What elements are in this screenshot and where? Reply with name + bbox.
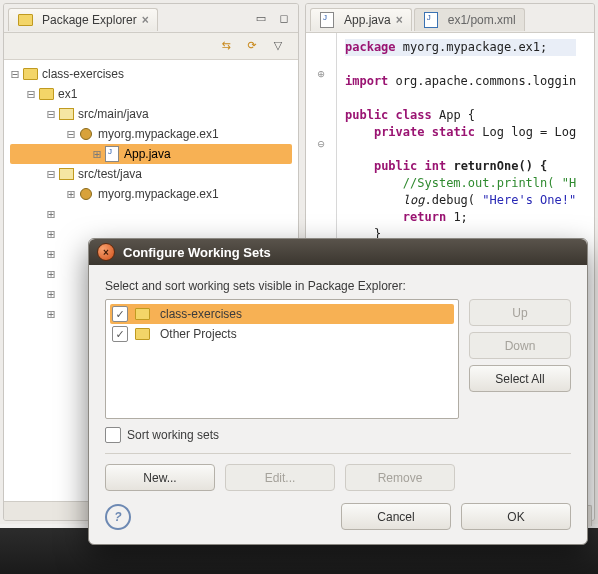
tree-src-main[interactable]: src/main/java (78, 107, 149, 121)
editor-tab-row: App.java × ex1/pom.xml (306, 4, 594, 33)
dialog-title: Configure Working Sets (123, 245, 271, 260)
twisty-collapsed-icon[interactable]: ⊞ (44, 208, 58, 221)
sort-checkbox[interactable] (105, 427, 121, 443)
view-title: Package Explorer (42, 13, 137, 27)
twisty-collapsed-icon[interactable]: ⊞ (44, 268, 58, 281)
minimize-icon[interactable]: ▭ (251, 10, 271, 28)
view-tab-row: Package Explorer × ▭ ◻ (4, 4, 298, 33)
twisty-collapsed-icon[interactable]: ⊞ (44, 288, 58, 301)
package-explorer-icon (17, 12, 33, 28)
tree-pkg2[interactable]: myorg.mypackage.ex1 (98, 187, 219, 201)
list-item[interactable]: Other Projects (110, 324, 454, 344)
twisty-expanded-icon[interactable]: ⊟ (44, 108, 58, 121)
package-icon (78, 186, 94, 202)
separator (105, 453, 571, 454)
workingset-icon (134, 326, 150, 342)
maximize-icon[interactable]: ◻ (274, 10, 294, 28)
item-label: class-exercises (160, 307, 242, 321)
java-file-icon (319, 12, 335, 28)
ok-button[interactable]: OK (461, 503, 571, 530)
view-toolbar: ⇆ ⟳ ▽ (4, 33, 298, 60)
edit-button[interactable]: Edit... (225, 464, 335, 491)
twisty-expanded-icon[interactable]: ⊟ (8, 68, 22, 81)
tree-src-test[interactable]: src/test/java (78, 167, 142, 181)
twisty-expanded-icon[interactable]: ⊟ (24, 88, 38, 101)
xml-file-icon (423, 12, 439, 28)
java-file-icon (104, 146, 120, 162)
workingset-icon (134, 306, 150, 322)
select-all-button[interactable]: Select All (469, 365, 571, 392)
source-folder-icon (58, 106, 74, 122)
twisty-collapsed-icon[interactable]: ⊞ (44, 228, 58, 241)
help-icon[interactable]: ? (105, 504, 131, 530)
remove-button[interactable]: Remove (345, 464, 455, 491)
configure-working-sets-dialog: × Configure Working Sets Select and sort… (88, 238, 588, 545)
new-button[interactable]: New... (105, 464, 215, 491)
item-label: Other Projects (160, 327, 237, 341)
tree-pkg1[interactable]: myorg.mypackage.ex1 (98, 127, 219, 141)
fold-expand-icon[interactable]: ⊕ (306, 67, 336, 81)
down-button[interactable]: Down (469, 332, 571, 359)
tree-project[interactable]: ex1 (58, 87, 77, 101)
twisty-collapsed-icon[interactable]: ⊞ (90, 148, 104, 161)
up-button[interactable]: Up (469, 299, 571, 326)
twisty-expanded-icon[interactable]: ⊟ (64, 128, 78, 141)
tab-label: ex1/pom.xml (448, 13, 516, 27)
twisty-collapsed-icon[interactable]: ⊞ (44, 308, 58, 321)
close-icon[interactable]: × (142, 13, 149, 27)
working-sets-list[interactable]: class-exercises Other Projects (105, 299, 459, 419)
checkbox[interactable] (112, 326, 128, 342)
checkbox[interactable] (112, 306, 128, 322)
dialog-titlebar[interactable]: × Configure Working Sets (89, 239, 587, 265)
dialog-instruction: Select and sort working sets visible in … (105, 279, 571, 293)
tab-pom-xml[interactable]: ex1/pom.xml (414, 8, 525, 31)
project-icon (38, 86, 54, 102)
twisty-collapsed-icon[interactable]: ⊞ (44, 248, 58, 261)
close-icon[interactable]: × (396, 13, 403, 27)
package-icon (78, 126, 94, 142)
twisty-collapsed-icon[interactable]: ⊞ (64, 188, 78, 201)
tab-app-java[interactable]: App.java × (310, 8, 412, 31)
tree-root[interactable]: class-exercises (42, 67, 124, 81)
fold-collapse-icon[interactable]: ⊖ (306, 137, 336, 151)
tab-label: App.java (344, 13, 391, 27)
package-explorer-tab[interactable]: Package Explorer × (8, 8, 158, 31)
close-icon[interactable]: × (97, 243, 115, 261)
sort-label: Sort working sets (127, 428, 219, 442)
cancel-button[interactable]: Cancel (341, 503, 451, 530)
workingset-icon (22, 66, 38, 82)
tree-java-file[interactable]: App.java (124, 147, 171, 161)
list-item[interactable]: class-exercises (110, 304, 454, 324)
source-folder-icon (58, 166, 74, 182)
view-menu-icon[interactable]: ▽ (268, 37, 288, 55)
collapse-all-icon[interactable]: ⇆ (216, 37, 236, 55)
link-editor-icon[interactable]: ⟳ (242, 37, 262, 55)
twisty-expanded-icon[interactable]: ⊟ (44, 168, 58, 181)
